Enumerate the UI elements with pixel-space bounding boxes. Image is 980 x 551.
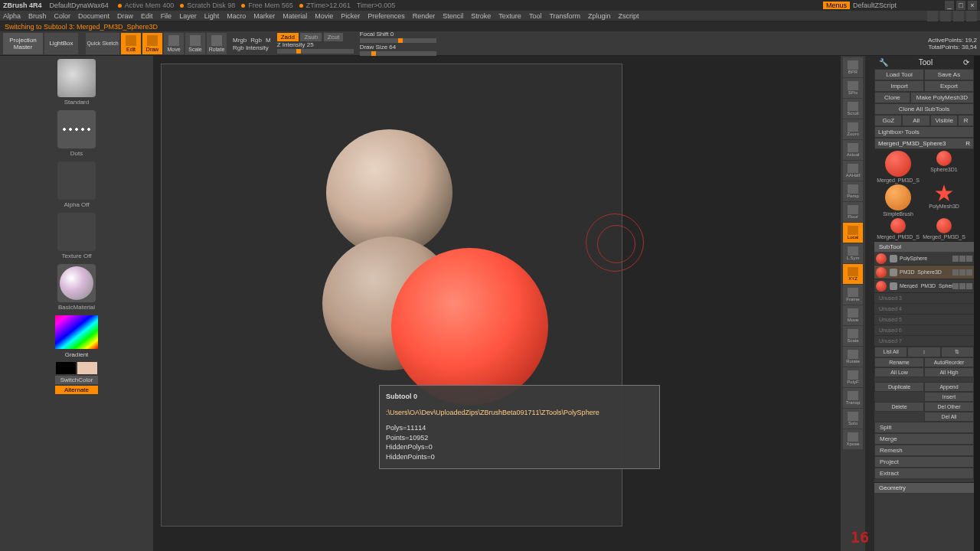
edit-mode-button[interactable]: Edit bbox=[121, 33, 141, 54]
status-dot bbox=[118, 4, 122, 8]
dock-spix[interactable]: SPix bbox=[843, 78, 863, 98]
collapse-icon[interactable] bbox=[940, 11, 951, 21]
lightbox-button[interactable]: LightBox bbox=[44, 33, 78, 54]
tool-item[interactable]: SimpleBrush bbox=[876, 184, 920, 217]
tool-item[interactable]: Sphere3D1 bbox=[922, 151, 966, 183]
dock-xpose[interactable]: Xpose bbox=[843, 429, 863, 449]
dock-solo[interactable]: Solo bbox=[843, 409, 863, 429]
draw-size-slider[interactable]: Draw Size 64 bbox=[360, 44, 436, 51]
menu-edit[interactable]: Edit bbox=[141, 12, 153, 20]
close-icon[interactable] bbox=[966, 11, 977, 21]
dock-actual[interactable]: Actual bbox=[843, 140, 863, 160]
menu-preferences[interactable]: Preferences bbox=[368, 12, 405, 20]
subtool-list: PolySpherePM3D_Sphere3DMerged_PM3D_Spher… bbox=[874, 252, 974, 293]
menu-transform[interactable]: Transform bbox=[549, 12, 580, 20]
dock-bpr[interactable]: BPR bbox=[843, 57, 863, 77]
document-name: DefaultDynaWax64 bbox=[50, 2, 109, 9]
scale-mode-button[interactable]: Scale bbox=[185, 33, 205, 54]
menu-stroke[interactable]: Stroke bbox=[471, 12, 491, 20]
brush-thumbnail[interactable] bbox=[57, 59, 96, 97]
dock-frame[interactable]: Frame bbox=[843, 285, 863, 305]
menu-draw[interactable]: Draw bbox=[117, 12, 133, 20]
z-intensity-slider[interactable]: Z Intensity 25 bbox=[277, 41, 354, 48]
menu-picker[interactable]: Picker bbox=[341, 12, 360, 20]
alternate-button[interactable]: Alternate bbox=[55, 386, 98, 394]
dock-floor[interactable]: Floor bbox=[843, 202, 863, 222]
dock-persp[interactable]: Persp bbox=[843, 181, 863, 201]
menus-button[interactable]: Menus bbox=[823, 2, 850, 9]
gradient-button[interactable]: Gradient bbox=[55, 350, 98, 359]
menu-render[interactable]: Render bbox=[413, 12, 436, 20]
subtool-item[interactable]: PolySphere bbox=[874, 252, 974, 266]
dock-polyf[interactable]: PolyF bbox=[843, 367, 863, 387]
draw-mode-button[interactable]: Draw bbox=[142, 33, 162, 54]
zadd-button[interactable]: Zadd bbox=[277, 33, 299, 41]
secondary-color-swatch[interactable] bbox=[77, 362, 97, 374]
menu-brush[interactable]: Brush bbox=[28, 12, 47, 20]
menu-zscript[interactable]: Zscript bbox=[619, 12, 639, 20]
export-button[interactable]: Export bbox=[924, 80, 974, 92]
active-points: ActivePoints: 19,2 bbox=[928, 37, 977, 44]
tool-item[interactable]: Merged_PM3D_S bbox=[876, 218, 920, 240]
subtool-unused[interactable]: Unused 7 bbox=[874, 336, 974, 347]
alpha-thumbnail[interactable] bbox=[57, 161, 96, 200]
subtool-unused[interactable]: Unused 4 bbox=[874, 304, 974, 315]
move-mode-button[interactable]: Move bbox=[164, 33, 184, 54]
maximize-icon[interactable]: □ bbox=[956, 1, 965, 10]
menu-light[interactable]: Light bbox=[204, 12, 220, 20]
subtool-item[interactable]: Merged_PM3D_Sphere3D bbox=[874, 279, 974, 293]
dock-move[interactable]: Move bbox=[843, 305, 863, 325]
save-as-button[interactable]: Save As bbox=[924, 69, 974, 80]
dock-zoom[interactable]: Zoom bbox=[843, 119, 863, 139]
menu-color[interactable]: Color bbox=[54, 12, 71, 20]
menu-tool[interactable]: Tool bbox=[529, 12, 542, 20]
menu-file[interactable]: File bbox=[161, 12, 172, 20]
tool-item[interactable]: Merged_PM3D_S bbox=[876, 151, 920, 183]
main-color-swatch[interactable] bbox=[56, 362, 76, 374]
dock-l.sym[interactable]: L.Sym bbox=[843, 243, 863, 263]
menu-alpha[interactable]: Alpha bbox=[3, 12, 21, 20]
subtool-unused[interactable]: Unused 5 bbox=[874, 315, 974, 325]
stroke-thumbnail[interactable] bbox=[57, 110, 96, 148]
menu-layer[interactable]: Layer bbox=[179, 12, 197, 20]
dock-scale[interactable]: Scale bbox=[843, 326, 863, 346]
menu-material[interactable]: Material bbox=[283, 12, 307, 20]
menu-texture[interactable]: Texture bbox=[498, 12, 521, 20]
dock-aahalf[interactable]: AAHalf bbox=[843, 161, 863, 181]
pin-icon[interactable] bbox=[953, 11, 964, 21]
projection-master-button[interactable]: Projection Master bbox=[3, 33, 43, 54]
menu-zplugin[interactable]: Zplugin bbox=[588, 12, 611, 20]
minimize-icon[interactable]: _ bbox=[945, 1, 954, 10]
collapse-icon[interactable]: ⟳ bbox=[963, 58, 969, 67]
rotate-mode-button[interactable]: Rotate bbox=[207, 33, 227, 54]
menu-stencil[interactable]: Stencil bbox=[443, 12, 463, 20]
tool-item[interactable]: PolyMesh3D bbox=[922, 184, 966, 217]
subtool-unused[interactable]: Unused 6 bbox=[874, 325, 974, 336]
dock-local[interactable]: Local bbox=[843, 223, 863, 243]
tool-item[interactable]: Merged_PM3D_S bbox=[922, 218, 966, 240]
import-button[interactable]: Import bbox=[874, 80, 924, 92]
arrows-icon[interactable]: ↕ bbox=[907, 347, 940, 357]
color-picker[interactable] bbox=[55, 315, 98, 349]
subtool-section-header[interactable]: SubTool bbox=[874, 241, 974, 252]
material-thumbnail[interactable] bbox=[57, 264, 96, 302]
subtool-item[interactable]: PM3D_Sphere3D bbox=[874, 266, 974, 279]
texture-thumbnail[interactable] bbox=[57, 213, 96, 251]
dock-transp[interactable]: Transp bbox=[843, 388, 863, 408]
home-icon[interactable] bbox=[927, 11, 938, 21]
load-tool-button[interactable]: Load Tool bbox=[874, 69, 924, 80]
menu-marker[interactable]: Marker bbox=[253, 12, 275, 20]
menu-document[interactable]: Document bbox=[78, 12, 109, 20]
dock-xyz[interactable]: XYZ bbox=[843, 264, 863, 284]
switch-color-button[interactable]: SwitchColor bbox=[55, 376, 98, 384]
focal-shift-slider[interactable]: Focal Shift 0 bbox=[360, 31, 436, 37]
dock-scroll[interactable]: Scroll bbox=[843, 99, 863, 119]
close-icon[interactable]: × bbox=[968, 1, 977, 10]
subtool-unused[interactable]: Unused 3 bbox=[874, 293, 974, 304]
dock-rotate[interactable]: Rotate bbox=[843, 347, 863, 367]
arrows-icon[interactable]: ⇅ bbox=[941, 347, 974, 357]
quicksketch-button[interactable]: Quick Sketch bbox=[86, 33, 119, 54]
default-zscript[interactable]: DefaultZScript bbox=[853, 2, 897, 9]
menu-movie[interactable]: Movie bbox=[315, 12, 333, 20]
menu-macro[interactable]: Macro bbox=[227, 12, 246, 20]
